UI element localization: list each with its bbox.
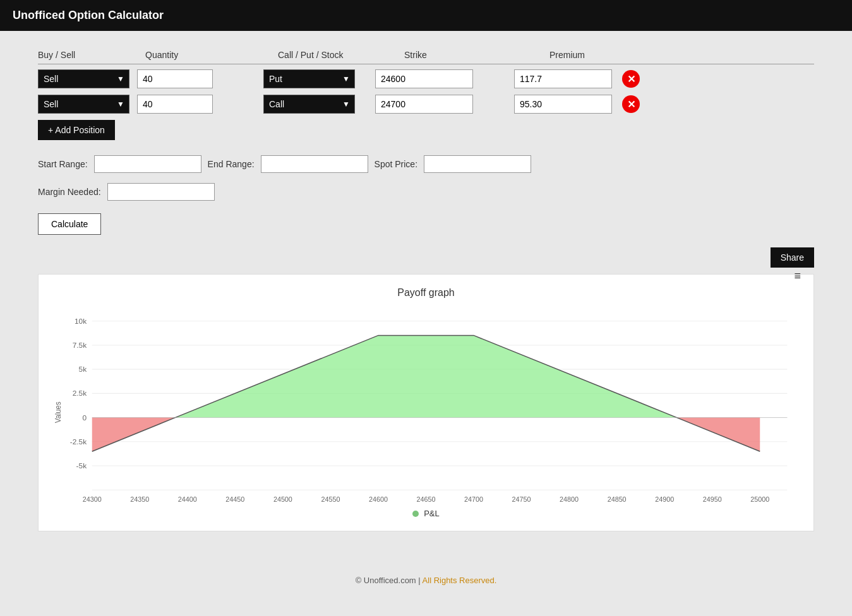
svg-text:25000: 25000 [750,495,769,503]
positions-section: Buy / Sell Quantity Call / Put / Stock S… [38,50,814,140]
remove-row-button-1[interactable]: ✕ [622,70,640,88]
chart-legend: P&L [51,509,801,518]
range-row: Start Range: End Range: Spot Price: [38,155,814,173]
share-button[interactable]: Share [771,247,814,268]
share-row: Share [38,247,814,268]
svg-text:24850: 24850 [608,495,627,503]
svg-text:-5k: -5k [76,461,87,470]
legend-label-pnl: P&L [424,509,440,518]
footer: © Unofficed.com | All Rights Reserved. [0,569,852,591]
svg-text:24900: 24900 [655,495,674,503]
main-content: Buy / Sell Quantity Call / Put / Stock S… [0,31,852,569]
col-header-premium: Premium [549,50,657,60]
svg-text:24800: 24800 [560,495,579,503]
svg-text:24950: 24950 [703,495,722,503]
margin-needed-input[interactable] [107,183,215,201]
col-header-buy-sell: Buy / Sell [38,50,139,60]
col-header-strike: Strike [404,50,512,60]
col-header-call-put-stock: Call / Put / Stock [278,50,385,60]
spot-price-label: Spot Price: [375,159,417,169]
svg-text:0: 0 [83,413,87,422]
add-position-button[interactable]: + Add Position [38,120,115,140]
col-header-quantity: Quantity [145,50,227,60]
svg-text:10k: 10k [75,317,87,325]
premium-input-2[interactable] [514,95,612,114]
quantity-input-2[interactable] [137,95,213,114]
svg-text:24350: 24350 [130,495,149,503]
column-headers: Buy / Sell Quantity Call / Put / Stock S… [38,50,814,64]
footer-link[interactable]: All Rights Reserved. [423,576,497,585]
strike-input-2[interactable] [375,95,473,114]
buy-sell-select-1[interactable]: Sell Buy [38,69,129,88]
table-row: Sell Buy ▼ Put Call Stock ▼ ✕ [38,69,814,88]
call-put-select-wrapper-1: Put Call Stock ▼ [263,69,355,88]
svg-text:24400: 24400 [178,495,197,503]
call-put-select-wrapper-2: Put Call Stock ▼ [263,95,355,114]
margin-row: Margin Needed: [38,183,814,201]
svg-text:2.5k: 2.5k [73,389,87,398]
app-header: Unofficed Option Calculator [0,0,852,31]
calculate-button[interactable]: Calculate [38,213,101,235]
start-range-label: Start Range: [38,159,88,169]
buy-sell-select-2[interactable]: Sell Buy [38,95,129,114]
strike-input-1[interactable] [375,69,473,88]
chart-menu-button[interactable]: ≡ [794,270,801,283]
svg-text:24600: 24600 [369,495,388,503]
chart-title: Payoff graph [51,287,801,299]
remove-row-button-2[interactable]: ✕ [622,95,640,113]
end-range-input[interactable] [261,155,368,173]
svg-text:24450: 24450 [225,495,244,503]
svg-text:24700: 24700 [464,495,483,503]
svg-text:Values: Values [54,401,62,423]
margin-needed-label: Margin Needed: [38,187,101,197]
chart-area: 10k 7.5k 5k 2.5k 0 -2.5k -5k Values [51,308,801,504]
svg-marker-18 [175,335,676,417]
svg-text:7.5k: 7.5k [73,341,87,349]
start-range-input[interactable] [94,155,201,173]
payoff-chart: 10k 7.5k 5k 2.5k 0 -2.5k -5k Values [51,308,801,504]
end-range-label: End Range: [208,159,255,169]
premium-input-1[interactable] [514,69,612,88]
footer-text: © Unofficed.com | All Rights Reserved. [356,576,497,585]
quantity-input-1[interactable] [137,69,213,88]
svg-text:24750: 24750 [512,495,531,503]
call-put-select-1[interactable]: Put Call Stock [263,69,355,88]
call-put-select-2[interactable]: Put Call Stock [263,95,355,114]
legend-dot-pnl [412,511,419,517]
chart-container: ≡ Payoff graph 10k 7.5k 5k 2.5k 0 -2.5k [38,274,814,531]
svg-text:24550: 24550 [321,495,340,503]
app-title: Unofficed Option Calculator [13,9,164,21]
svg-text:5k: 5k [79,365,87,374]
buy-sell-select-wrapper-1: Sell Buy ▼ [38,69,129,88]
svg-text:24650: 24650 [417,495,436,503]
table-row: Sell Buy ▼ Put Call Stock ▼ ✕ [38,95,814,114]
svg-text:24500: 24500 [273,495,292,503]
spot-price-input[interactable] [424,155,531,173]
svg-text:-2.5k: -2.5k [70,437,87,446]
svg-text:24300: 24300 [83,495,102,503]
buy-sell-select-wrapper-2: Sell Buy ▼ [38,95,129,114]
